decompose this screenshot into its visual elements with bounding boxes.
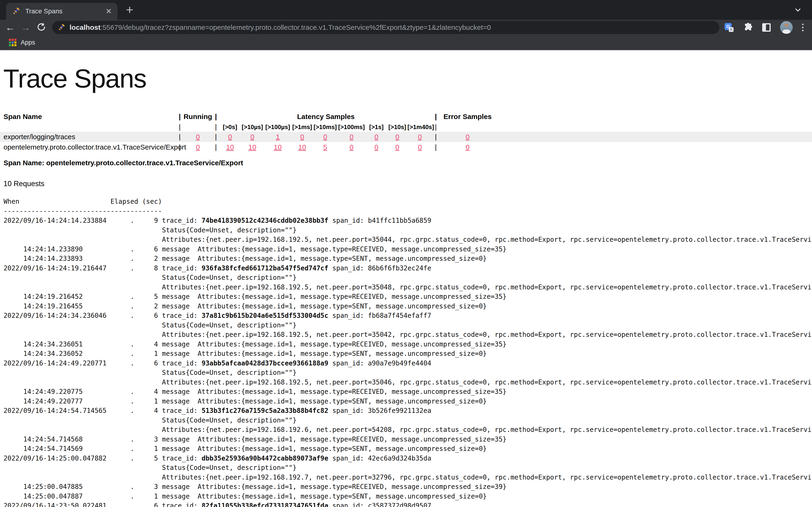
table-row: opentelemetry.proto.collector.trace.v1.T… (0, 142, 812, 152)
pipe-separator: | (212, 143, 219, 151)
latency-sample-link[interactable]: 0 (374, 133, 378, 140)
latency-sample-link[interactable]: 10 (274, 143, 282, 151)
new-tab-button[interactable]: + (126, 2, 134, 17)
pipe-separator: | (212, 113, 219, 121)
back-button[interactable]: ← (2, 22, 18, 33)
browser-tab[interactable]: Trace Spans ✕ (6, 3, 117, 20)
latency-sample-link[interactable]: 10 (298, 143, 306, 151)
request-count: 10 Requests (4, 180, 812, 188)
latency-sample-link[interactable]: 0 (300, 133, 304, 140)
latency-sample-link[interactable]: 5 (323, 143, 327, 151)
menu-kebab-icon[interactable] (802, 24, 804, 31)
bucket-label: [>0s] (219, 123, 241, 131)
latency-sample-link[interactable]: 10 (226, 143, 234, 151)
latency-sample-link[interactable]: 0 (350, 133, 354, 140)
url-path: :55679/debug/tracez?zspanname=openteleme… (101, 23, 491, 31)
latency-sample-link[interactable]: 0 (250, 133, 254, 140)
latency-sample-link[interactable]: 0 (350, 143, 354, 151)
table-row: exporter/logging/traces|0|001000000|0 (0, 132, 812, 142)
latency-sample-link[interactable]: 0 (395, 143, 399, 151)
bucket-label: [>100µs] (264, 123, 291, 131)
bucket-label: [>1s] (366, 123, 387, 131)
pipe-separator: | (176, 143, 183, 151)
pipe-separator: | (432, 113, 439, 121)
running-count-link[interactable]: 0 (196, 133, 200, 140)
trace-log: When Elapsed (sec) ---------------------… (4, 197, 812, 507)
error-sample-link[interactable]: 0 (466, 133, 470, 140)
url-text[interactable]: localhost:55679/debug/tracez?zspanname=o… (69, 23, 491, 32)
bucket-label: [>1ms] (291, 123, 313, 131)
latency-sample-link[interactable]: 0 (323, 133, 327, 140)
telescope-favicon-icon (57, 23, 65, 32)
tab-strip: Trace Spans ✕ + (0, 0, 812, 20)
translate-extension-icon[interactable]: G (725, 23, 733, 32)
span-name-cell: opentelemetry.proto.collector.trace.v1.T… (0, 143, 176, 151)
latency-sample-link[interactable]: 1 (276, 133, 280, 140)
bucket-label: [>1m40s] (407, 123, 432, 131)
url-host: localhost (69, 23, 101, 31)
span-name-cell: exporter/logging/traces (0, 133, 176, 141)
latency-sample-link[interactable]: 0 (418, 143, 422, 151)
latency-sample-link[interactable]: 0 (418, 133, 422, 140)
pipe-separator: | (432, 123, 439, 131)
bucket-label: [>10ms] (313, 123, 338, 131)
bucket-header-row: ||[>0s][>10µs][>100µs][>1ms][>10ms][>100… (0, 122, 812, 132)
url-bar[interactable]: localhost:55679/debug/tracez?zspanname=o… (52, 21, 719, 34)
extensions-puzzle-icon[interactable] (743, 22, 753, 33)
pipe-separator: | (212, 123, 219, 131)
bucket-label: [>10s] (387, 123, 407, 131)
tab-search-chevron-icon[interactable] (794, 6, 802, 15)
trace-table: Span Name|Running|Latency Samples|Error … (0, 111, 812, 152)
page-content: Trace Spans Span Name|Running|Latency Sa… (0, 63, 812, 507)
latency-sample-link[interactable]: 10 (248, 143, 256, 151)
latency-sample-link[interactable]: 0 (374, 143, 378, 151)
tab-title: Trace Spans (26, 7, 105, 15)
pipe-separator: | (432, 133, 439, 141)
pipe-separator: | (176, 133, 183, 141)
pipe-separator: | (432, 143, 439, 151)
running-count-link[interactable]: 0 (196, 143, 200, 151)
bucket-label: [>10µs] (241, 123, 264, 131)
browser-toolbar: ← → localhost:55679/debug/tracez?zspanna… (0, 20, 812, 35)
pipe-separator: | (176, 123, 183, 131)
profile-avatar[interactable] (780, 21, 793, 34)
side-panel-icon[interactable] (762, 23, 771, 32)
bookmarks-bar: Apps (0, 35, 812, 50)
page-title: Trace Spans (3, 63, 812, 94)
pipe-separator: | (212, 133, 219, 141)
forward-button[interactable]: → (18, 22, 33, 33)
header-error-samples: Error Samples (439, 113, 496, 121)
header-latency-samples: Latency Samples (219, 113, 432, 121)
apps-shortcut[interactable]: Apps (9, 39, 35, 46)
reload-button[interactable] (33, 21, 49, 34)
tab-close-icon[interactable]: ✕ (105, 7, 112, 15)
header-running: Running (183, 113, 212, 121)
bucket-label: [>100ms] (338, 123, 366, 131)
span-detail-heading: Span Name: opentelemetry.proto.collector… (4, 159, 812, 167)
header-span-name: Span Name (0, 113, 176, 121)
apps-label: Apps (21, 39, 35, 46)
latency-sample-link[interactable]: 0 (228, 133, 232, 140)
pipe-separator: | (176, 113, 183, 121)
error-sample-link[interactable]: 0 (466, 143, 470, 151)
telescope-favicon-icon (12, 7, 20, 15)
apps-grid-icon (9, 39, 16, 46)
latency-sample-link[interactable]: 0 (395, 133, 399, 140)
table-header-row: Span Name|Running|Latency Samples|Error … (0, 111, 812, 122)
